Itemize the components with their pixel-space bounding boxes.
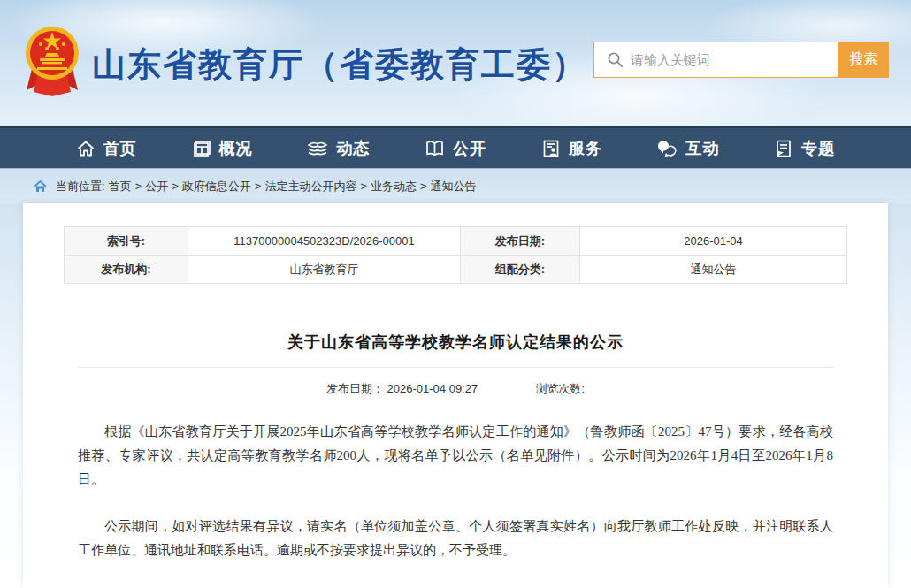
news-icon <box>307 139 328 158</box>
site-title: 山东省教育厅（省委教育工委） <box>92 42 587 88</box>
search-icon <box>607 51 624 68</box>
category-label: 组配分类: <box>461 256 580 284</box>
breadcrumb-link-open[interactable]: 公开 <box>145 179 168 195</box>
table-row: 发布机构: 山东省教育厅 组配分类: 通知公告 <box>65 256 847 284</box>
article-meta: 发布日期： 2026-01-04 09:27 浏览次数: <box>78 381 833 397</box>
service-icon <box>541 139 561 158</box>
nav-label: 首页 <box>103 138 137 159</box>
publish-date-meta-value: 2026-01-04 09:27 <box>387 382 478 395</box>
search-input[interactable] <box>631 52 838 67</box>
breadcrumb-separator: > <box>360 179 367 193</box>
views-label: 浏览次数: <box>535 382 585 395</box>
national-emblem-logo <box>25 23 80 97</box>
nav-label: 服务 <box>569 138 602 159</box>
index-number-value: 11370000004502323D/2026-00001 <box>188 227 461 256</box>
article: 关于山东省高等学校教学名师认定结果的公示 发布日期： 2026-01-04 09… <box>23 332 888 588</box>
breadcrumb-separator: > <box>420 179 427 193</box>
index-number-label: 索引号: <box>65 227 188 256</box>
document-meta-table: 索引号: 11370000004502323D/2026-00001 发布日期:… <box>64 226 847 284</box>
publish-date-label: 发布日期: <box>461 227 580 256</box>
interact-icon <box>656 139 678 158</box>
nav-label: 互动 <box>685 138 719 159</box>
publish-date-meta-label: 发布日期： <box>326 382 384 395</box>
content-panel: 索引号: 11370000004502323D/2026-00001 发布日期:… <box>23 203 888 588</box>
site-header: 山东省教育厅（省委教育工委） 搜索 <box>0 0 911 126</box>
paragraph: 公示期间，如对评选结果有异议，请实名（单位须加盖公章、个人须签署真实姓名）向我厅… <box>78 515 833 562</box>
title-divider <box>78 367 833 368</box>
nav-label: 动态 <box>336 138 370 159</box>
search-bar: 搜索 <box>593 42 889 78</box>
breadcrumb-home-icon <box>34 180 47 193</box>
breadcrumb-link-statutory[interactable]: 法定主动公开内容 <box>264 179 356 195</box>
publisher-value: 山东省教育厅 <box>188 256 461 284</box>
breadcrumb-separator: > <box>172 179 179 193</box>
publish-date-value: 2026-01-04 <box>580 227 847 256</box>
breadcrumb-separator: > <box>135 179 142 193</box>
publisher-label: 发布机构: <box>65 256 188 284</box>
breadcrumb-link-gov-info[interactable]: 政府信息公开 <box>182 179 251 195</box>
nav-item-news[interactable]: 动态 <box>307 138 370 159</box>
nav-item-open[interactable]: 公开 <box>425 138 486 159</box>
breadcrumb-prefix: 当前位置: <box>56 179 105 195</box>
home-icon <box>76 139 96 158</box>
breadcrumb: 当前位置: 首页 > 公开 > 政府信息公开 > 法定主动公开内容 > 业务动态… <box>0 168 911 203</box>
main-nav: 首页 概况 动态 公开 <box>0 126 911 168</box>
table-row: 索引号: 11370000004502323D/2026-00001 发布日期:… <box>65 227 847 256</box>
article-body: 根据《山东省教育厅关于开展2025年山东省高等学校教学名师认定工作的通知》（鲁教… <box>78 420 833 588</box>
content-background: 索引号: 11370000004502323D/2026-00001 发布日期:… <box>0 203 911 588</box>
nav-label: 概况 <box>219 138 253 159</box>
nav-item-home[interactable]: 首页 <box>76 138 137 159</box>
nav-label: 专题 <box>801 138 835 159</box>
breadcrumb-link-home[interactable]: 首页 <box>109 179 132 195</box>
nav-item-service[interactable]: 服务 <box>541 138 602 159</box>
category-value: 通知公告 <box>580 256 847 284</box>
breadcrumb-link-business[interactable]: 业务动态 <box>371 179 417 195</box>
paragraph: 根据《山东省教育厅关于开展2025年山东省高等学校教学名师认定工作的通知》（鲁教… <box>78 420 833 492</box>
open-book-icon <box>425 139 445 158</box>
nav-item-interact[interactable]: 互动 <box>656 138 719 159</box>
breadcrumb-separator: > <box>255 179 262 193</box>
nav-item-overview[interactable]: 概况 <box>192 138 253 159</box>
nav-item-topics[interactable]: 专题 <box>774 138 835 159</box>
topics-icon <box>774 139 793 158</box>
breadcrumb-link-notices[interactable]: 通知公告 <box>431 179 477 195</box>
search-button[interactable]: 搜索 <box>838 42 889 78</box>
nav-label: 公开 <box>453 138 486 159</box>
article-title: 关于山东省高等学校教学名师认定结果的公示 <box>78 332 833 353</box>
overview-icon <box>192 139 211 158</box>
